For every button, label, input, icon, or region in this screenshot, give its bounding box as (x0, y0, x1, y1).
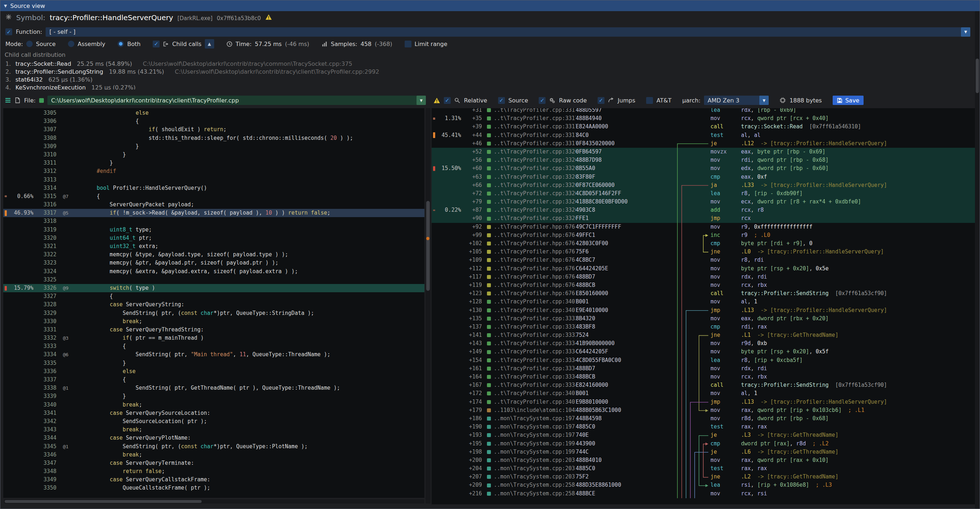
asm-row[interactable]: +149..t\TracyProfiler.cpp:3334C64424205F… (431, 348, 975, 356)
source-line[interactable]: 3313 (3, 176, 425, 184)
asm-row[interactable]: +186..mon\TracySystem.cpp:197448B4598mov… (431, 414, 975, 423)
asm-row[interactable]: +179..1103\include\atomic:1048488B05B63C… (431, 406, 975, 414)
asm-row[interactable]: +102..t\TracyProfiler.hpp:67642803C0F00c… (431, 239, 975, 248)
distribution-item[interactable]: 1.tracy::Socket::Read25.25 ms (54.89%)C:… (5, 60, 965, 68)
asm-row[interactable]: +119..t\TracyProfiler.hpp:676488BCBmovrc… (431, 281, 975, 289)
file-combo[interactable]: C:\Users\wolf\Desktop\darkrl\contrib\tra… (48, 95, 426, 105)
asm-row[interactable]: 0.22%+87..t\TracyProfiler.cpp:33264903C8… (431, 206, 975, 214)
source-vertical-scrollbar[interactable] (425, 108, 431, 504)
source-line[interactable]: 0.66%3315@7{ (3, 192, 425, 200)
source-line[interactable]: 3305 else (3, 109, 425, 117)
asm-row[interactable]: +135..t\TracyProfiler.cpp:33328B4320move… (431, 315, 975, 323)
source-line[interactable]: 3328 case ServerQueryString: (3, 301, 425, 309)
source-line[interactable]: 3342 SendSourceLocation( ptr ); (3, 417, 425, 426)
source-line[interactable]: 3308 std::this_thread::sleep_for( std::c… (3, 134, 425, 142)
asm-row[interactable]: +39..t\TracyProfiler.cpp:3317E824AA0000c… (431, 122, 975, 131)
distribution-item[interactable]: 2.tracy::Profiler::SendLongString19.88 m… (5, 68, 965, 76)
asm-row[interactable]: +109..t\TracyProfiler.hpp:6764C8BC7movr8… (431, 256, 975, 264)
asm-row[interactable]: +99..t\TracyProfiler.hpp:67649FFC1incr9 … (431, 231, 975, 239)
source-line[interactable]: 3336 else (3, 367, 425, 375)
window-vertical-scrollbar[interactable] (975, 11, 980, 509)
source-line[interactable]: 3333 { (3, 342, 425, 350)
source-line[interactable]: 3325 (3, 276, 425, 284)
asm-row[interactable]: +123..t\TracyProfiler.hpp:676E850160000c… (431, 289, 975, 297)
source-horizontal-scrollbar[interactable] (4, 499, 425, 504)
radio-both[interactable] (118, 41, 124, 47)
source-line[interactable]: 3332@3 if( ptr == m_mainThread ) (3, 334, 425, 342)
asm-row[interactable]: +174..t\TracyProfiler.cpp:3401E9B8010000… (431, 398, 975, 406)
asm-row[interactable]: +63..t\TracyProfiler.cpp:332683F80Fcmpea… (431, 173, 975, 181)
source-line[interactable]: 3329 SendString( ptr, (const char*)ptr, … (3, 309, 425, 317)
source-line[interactable]: 3341 case ServerQuerySourceLocation: (3, 409, 425, 417)
source-line[interactable]: 3322 memcpy( &type, &payload.type, sizeo… (3, 251, 425, 259)
asm-row[interactable]: +161..t\TracyProfiler.cpp:3334488BD7movr… (431, 364, 975, 373)
asm-row[interactable]: +207..mon\TracySystem.cpp:20375F2jne.L2 … (431, 473, 975, 481)
source-line[interactable]: 3330 break; (3, 317, 425, 326)
asm-row[interactable]: +143..t\TracyProfiler.cpp:333441B90B0000… (431, 339, 975, 348)
asm-row[interactable]: +72..t\TracyProfiler.cpp:33264C8D05F146F… (431, 189, 975, 198)
source-line[interactable]: 3310 } (3, 151, 425, 159)
source-line[interactable]: 3345@1 SendString( ptr, (const char*)ptr… (3, 442, 425, 451)
asm-row[interactable]: +90..t\TracyProfiler.cpp:3326FFE1jmprcx (431, 214, 975, 223)
asm-row[interactable]: +105..t\TracyProfiler.hpp:67675F6jne.L0 … (431, 248, 975, 256)
source-line[interactable]: 15.79%3326@9 switch( type ) (3, 284, 425, 292)
asm-row[interactable]: +137..t\TracyProfiler.cpp:3332483BF8cmpr… (431, 323, 975, 331)
source-line[interactable]: 3306 { (3, 117, 425, 126)
source-line[interactable]: 3331 case ServerQueryThreadString: (3, 326, 425, 334)
source-line[interactable]: 3343 break; (3, 426, 425, 434)
file-list-icon[interactable] (5, 97, 11, 103)
source-line[interactable]: 3327 { (3, 292, 425, 301)
jumps-checkbox[interactable] (598, 97, 605, 104)
source-line[interactable]: 3323 memcpy( &ptr, &payload.ptr, sizeof(… (3, 259, 425, 267)
asm-row[interactable]: +209..mon\TracySystem.cpp:258488D35E8861… (431, 481, 975, 489)
source-line[interactable]: 3348 return false; (3, 467, 425, 476)
asm-row[interactable]: +216..mon\TracySystem.cpp:258488BCEmovrc… (431, 490, 975, 498)
source-line[interactable]: 3307 if( shouldExit ) return; (3, 126, 425, 134)
propagate-up-button[interactable]: ▲ (205, 39, 214, 49)
asm-row[interactable]: +167..t\TracyProfiler.cpp:3334E824160000… (431, 381, 975, 389)
asm-row[interactable]: +198..mon\TracySystem.cpp:199744Cje.L6 -… (431, 448, 975, 456)
source-line[interactable]: 3337 { (3, 375, 425, 384)
asm-row[interactable]: 45.41%+44..t\TracyProfiler.cpp:331784C0t… (431, 131, 975, 140)
distribution-item[interactable]: 4.KeSynchronizeExecution125 μs (0.27%) (5, 84, 965, 89)
asm-row[interactable]: +195..mon\TracySystem.cpp:199443900cmpdw… (431, 440, 975, 448)
source-line[interactable]: 46.93%3317@5 if( !m_sock->Read( &payload… (3, 209, 425, 217)
child-calls-checkbox[interactable] (153, 41, 159, 48)
chevron-down-icon[interactable]: ▼ (759, 95, 769, 105)
chevron-down-icon[interactable]: ▼ (961, 27, 970, 37)
source-line[interactable]: 3344 case ServerQueryPlotName: (3, 434, 425, 442)
uarch-combo[interactable]: AMD Zen 3 ▼ (704, 95, 769, 105)
source-line[interactable]: 3350 QueueCallstackFrame( ptr ); (3, 484, 425, 492)
att-checkbox[interactable] (646, 97, 653, 104)
source-line[interactable]: 3335 } (3, 359, 425, 367)
asm-row[interactable]: +154..t\TracyProfiler.cpp:33344C8D055FBA… (431, 356, 975, 364)
scrollbar-thumb[interactable] (976, 59, 979, 93)
asm-row[interactable]: +204..mon\TracySystem.cpp:2034885C0testr… (431, 464, 975, 473)
source-line[interactable]: 3319 uint8_t type; (3, 226, 425, 234)
scrollbar-thumb[interactable] (426, 201, 430, 291)
source-line[interactable]: 3318 (3, 217, 425, 225)
asm-row[interactable]: 1.31%+35..t\TracyProfiler.cpp:3317488B49… (431, 114, 975, 122)
limit-range-checkbox[interactable] (405, 41, 412, 48)
asm-row[interactable]: +190..mon\TracySystem.cpp:1974885C0testr… (431, 423, 975, 431)
asm-row[interactable]: +128..t\TracyProfiler.cpp:3401B001moval,… (431, 297, 975, 306)
source-line[interactable]: 3324 memcpy( &extra, &payload.extra, siz… (3, 267, 425, 276)
raw-code-checkbox[interactable] (539, 97, 546, 104)
asm-row[interactable]: +79..t\TracyProfiler.cpp:3326418B8C80E0B… (431, 198, 975, 206)
source-line[interactable]: 3340 break; (3, 401, 425, 409)
save-button[interactable]: Save (833, 95, 864, 105)
asm-row[interactable]: +172..t\TracyProfiler.cpp:3401B001moval,… (431, 389, 975, 398)
source-line[interactable]: 3314bool Profiler::HandleServerQuery() (3, 184, 425, 192)
radio-source[interactable] (26, 41, 33, 47)
source-line[interactable]: 3312#endif (3, 167, 425, 175)
asm-row[interactable]: +66..t\TracyProfiler.cpp:33260F87CE06000… (431, 181, 975, 189)
function-checkbox[interactable] (5, 29, 12, 35)
source-line[interactable]: 3346 break; (3, 451, 425, 459)
source-line[interactable]: 3339 } (3, 392, 425, 401)
asm-row[interactable]: 15.50%+60..t\TracyProfiler.cpp:33268B55A… (431, 164, 975, 173)
asm-row[interactable]: +141..t\TracyProfiler.cpp:33327524jne.L1… (431, 331, 975, 339)
source-line[interactable]: 3347 case ServerQueryTerminate: (3, 459, 425, 467)
source-line[interactable]: 3338@1 SendString( ptr, GetThreadName( p… (3, 384, 425, 392)
source-checkbox[interactable] (498, 97, 505, 104)
asm-row[interactable]: +46..t\TracyProfiler.cpp:33170F843502000… (431, 140, 975, 148)
